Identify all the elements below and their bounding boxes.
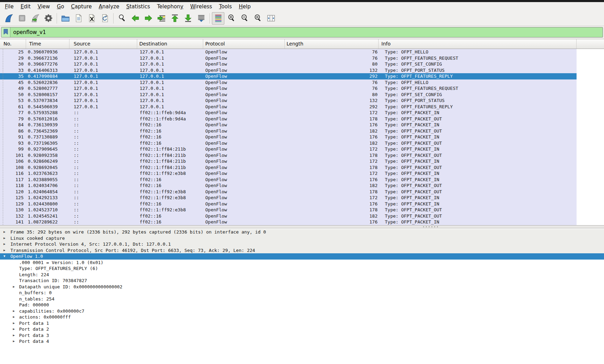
detail-row[interactable]: ▶Datapath unique ID: 0x0000000000000002 (0, 284, 604, 290)
packet-row[interactable]: 1181.024034706::ff02::16OpenFlow182Type:… (0, 183, 577, 189)
expander-closed-icon[interactable]: ▶ (3, 235, 5, 242)
detail-row[interactable]: ▶Frame 35: 292 bytes on wire (2336 bits)… (0, 229, 604, 235)
detail-row[interactable]: ▶Port data 1 (0, 320, 604, 327)
filter-bookmark-button[interactable] (1, 27, 10, 37)
detail-row[interactable]: ▶Internet Protocol Version 4, Src: 127.0… (0, 241, 604, 247)
packet-row[interactable]: 250.396070936127.0.0.1127.0.0.1OpenFlow7… (0, 49, 577, 55)
packet-row[interactable]: 1251.024292133::ff02::1:ff92:e3b8OpenFlo… (0, 195, 577, 201)
go-to-packet-button[interactable] (155, 12, 168, 25)
packet-row[interactable]: 990.927909645::ff02::1:ff84:211bOpenFlow… (0, 146, 577, 152)
start-capture-button[interactable] (2, 12, 15, 25)
menu-capture[interactable]: Capture (68, 3, 96, 10)
column-header-no[interactable]: No. (0, 39, 26, 49)
go-previous-packet-button[interactable] (129, 12, 141, 25)
column-header-source[interactable]: Source (69, 39, 137, 49)
packet-row-selected[interactable]: 350.417090884127.0.0.1127.0.0.1OpenFlow2… (0, 73, 577, 79)
detail-row[interactable]: ▶actions: 0x00000fff (0, 314, 604, 320)
menu-file[interactable]: File (1, 3, 17, 10)
open-capture-file-button[interactable] (59, 12, 72, 25)
detail-row[interactable]: ▶Port data 2 (0, 326, 604, 332)
packet-row[interactable]: 860.736452369::ff02::16OpenFlow182Type: … (0, 128, 577, 134)
auto-scroll-button[interactable] (195, 12, 207, 25)
detail-row[interactable]: ▶Port data 3 (0, 332, 604, 339)
zoom-out-button[interactable] (238, 12, 251, 25)
detail-row[interactable]: ▶capabilities: 0x000000c7 (0, 308, 604, 314)
column-header-destination[interactable]: Destination (137, 39, 203, 49)
expander-closed-icon[interactable]: ▶ (13, 314, 15, 320)
detail-row[interactable]: Transaction ID: 703847827 (0, 278, 604, 284)
packet-row[interactable]: 930.737196305::ff02::16OpenFlow182Type: … (0, 140, 577, 146)
expander-closed-icon[interactable]: ▶ (13, 338, 15, 345)
packet-row[interactable]: 840.736130939::ff02::16OpenFlow176Type: … (0, 122, 577, 128)
reload-capture-file-button[interactable] (99, 12, 111, 25)
expander-closed-icon[interactable]: ▶ (3, 247, 5, 254)
detail-row[interactable]: n_buffers: 0 (0, 290, 604, 296)
detail-row[interactable]: ▼OpenFlow 1.0 (0, 253, 604, 260)
expander-closed-icon[interactable]: ▶ (13, 284, 15, 290)
packet-row[interactable]: 770.575935288::ff02::1:ffeb:9d4aOpenFlow… (0, 110, 577, 116)
packet-row[interactable]: 500.528008157127.0.0.1127.0.0.1OpenFlow8… (0, 92, 577, 98)
detail-row[interactable]: Pad: 000000 (0, 302, 604, 308)
column-header-length[interactable]: Length (285, 39, 379, 49)
zoom-original-button[interactable] (251, 12, 264, 25)
detail-row[interactable]: Length: 224 (0, 272, 604, 278)
menu-analyze[interactable]: Analyze (95, 3, 123, 10)
detail-row[interactable]: Type: OFPT_FEATURES_REPLY (6) (0, 265, 604, 272)
menu-edit[interactable]: Edit (17, 3, 34, 10)
go-first-packet-button[interactable] (168, 12, 181, 25)
restart-capture-button[interactable] (29, 12, 41, 25)
display-filter-input[interactable]: openflow_v1 (1, 27, 603, 37)
column-header-time[interactable]: Time (26, 39, 69, 49)
menu-tools[interactable]: Tools (216, 3, 235, 10)
go-next-packet-button[interactable] (142, 12, 155, 25)
packet-row[interactable]: 1291.024430800::ff02::16OpenFlow176Type:… (0, 201, 577, 207)
pane-splitter[interactable] (0, 225, 604, 228)
menu-help[interactable]: Help (235, 3, 254, 10)
packet-row[interactable]: 610.544506039127.0.0.1127.0.0.1OpenFlow2… (0, 104, 577, 110)
expander-closed-icon[interactable]: ▶ (13, 326, 15, 332)
packet-row[interactable]: 1411.087289622::ff02::16OpenFlow176Type:… (0, 219, 577, 225)
resize-columns-button[interactable] (265, 12, 277, 25)
colorize-packets-button[interactable] (212, 12, 224, 25)
packet-row[interactable]: 1060.928606249::ff02::1:ff84:211bOpenFlo… (0, 158, 577, 164)
packet-row[interactable]: 1321.024545241::ff02::16OpenFlow182Type:… (0, 213, 577, 219)
zoom-in-button[interactable] (225, 12, 238, 25)
expander-closed-icon[interactable]: ▶ (13, 332, 15, 339)
packet-row[interactable]: 1080.928692045::ff02::1:ff84:211bOpenFlo… (0, 164, 577, 171)
expander-closed-icon[interactable]: ▶ (3, 229, 5, 235)
detail-row[interactable]: .000 0001 = Version: 1.0 (0x01) (0, 260, 604, 266)
save-capture-file-button[interactable] (72, 12, 85, 25)
menu-statistics[interactable]: Statistics (123, 3, 154, 10)
detail-row[interactable]: n_tables: 254 (0, 296, 604, 302)
packet-row[interactable]: 910.737130889::ff02::16OpenFlow176Type: … (0, 134, 577, 140)
column-header-protocol[interactable]: Protocol (203, 39, 285, 49)
packet-row[interactable]: 330.416406313127.0.0.1127.0.0.1OpenFlow1… (0, 67, 577, 74)
packet-row[interactable]: 450.526022836127.0.0.1127.0.0.1OpenFlow7… (0, 79, 577, 86)
packet-row[interactable]: 530.537073834127.0.0.1127.0.0.1OpenFlow1… (0, 98, 577, 104)
find-packet-button[interactable] (116, 12, 128, 25)
menu-view[interactable]: View (34, 3, 53, 10)
capture-options-button[interactable] (42, 12, 55, 25)
packet-row[interactable]: 1010.928092358::ff02::1:ff84:211bOpenFlo… (0, 152, 577, 159)
expander-closed-icon[interactable]: ▶ (13, 320, 15, 327)
packet-row[interactable]: 1201.024064854::ff02::1:ff92:e3b8OpenFlo… (0, 189, 577, 195)
menu-go[interactable]: Go (53, 3, 68, 10)
column-header-info[interactable]: Info (379, 39, 577, 49)
packet-row[interactable]: 300.396677276127.0.0.1127.0.0.1OpenFlow8… (0, 61, 577, 67)
go-last-packet-button[interactable] (182, 12, 194, 25)
packet-row[interactable]: 1171.023889055::ff02::16OpenFlow176Type:… (0, 177, 577, 183)
detail-row[interactable]: ▶Transmission Control Protocol, Src Port… (0, 247, 604, 254)
stop-capture-button[interactable] (16, 12, 28, 25)
menu-wireless[interactable]: Wireless (187, 3, 216, 10)
packet-row[interactable]: 1301.024523710::ff02::1:ff92:e3b8OpenFlo… (0, 207, 577, 213)
packet-row[interactable]: 290.396672136127.0.0.1127.0.0.1OpenFlow7… (0, 55, 577, 61)
expander-closed-icon[interactable]: ▶ (13, 308, 15, 314)
packet-row[interactable]: 1161.023763623::ff02::1:ff92:e3b8OpenFlo… (0, 170, 577, 177)
packet-row[interactable]: 790.576012016::ff02::1:ffeb:9d4aOpenFlow… (0, 116, 577, 122)
menu-telephony[interactable]: Telephony (154, 3, 187, 10)
detail-row[interactable]: ▶Port data 4 (0, 338, 604, 345)
expander-open-icon[interactable]: ▼ (3, 253, 5, 260)
detail-row[interactable]: ▶Linux cooked capture (0, 235, 604, 242)
close-capture-file-button[interactable] (85, 12, 98, 25)
expander-closed-icon[interactable]: ▶ (3, 241, 5, 247)
